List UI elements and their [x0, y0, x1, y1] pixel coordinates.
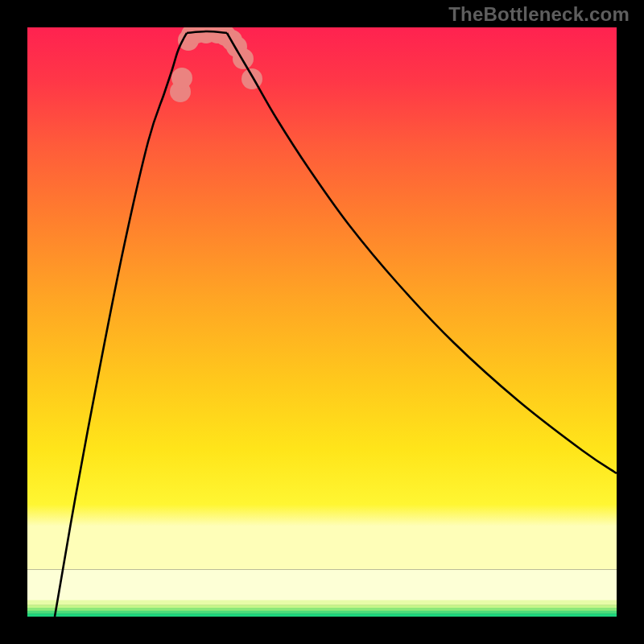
- bottom-stripes: [27, 569, 617, 617]
- svg-rect-2: [27, 605, 617, 608]
- svg-rect-3: [27, 608, 617, 611]
- data-marker: [233, 48, 254, 69]
- attribution-watermark: TheBottleneck.com: [448, 3, 630, 26]
- plot-area: [27, 27, 617, 617]
- data-marker: [242, 68, 262, 89]
- svg-rect-5: [27, 613, 617, 617]
- bottleneck-curve-chart: [27, 27, 617, 617]
- svg-rect-1: [27, 601, 617, 605]
- data-marker: [171, 68, 192, 89]
- chart-frame: TheBottleneck.com: [0, 0, 644, 644]
- svg-rect-4: [27, 611, 617, 614]
- gradient-background: [27, 27, 617, 569]
- svg-rect-0: [27, 569, 617, 601]
